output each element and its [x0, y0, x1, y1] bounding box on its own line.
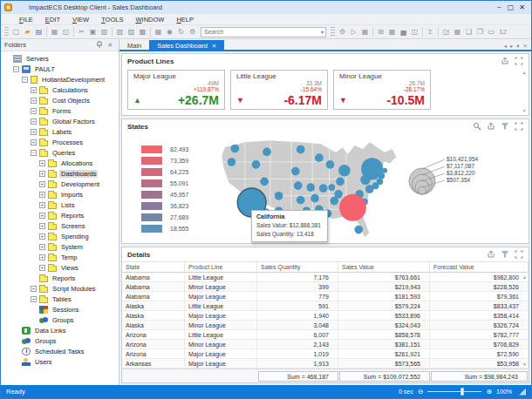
expand-icon[interactable]: + — [39, 265, 45, 271]
menu-item-window[interactable]: WINDOW — [129, 14, 170, 25]
calculator-icon[interactable]: ▦ — [359, 26, 371, 37]
table-row[interactable]: AlaskaLittle League591$579,224$833,437 — [122, 301, 529, 311]
expand-icon[interactable]: + — [39, 192, 45, 198]
open-folder-icon[interactable]: ▰ — [22, 26, 33, 37]
expand-icon[interactable]: + — [39, 160, 45, 166]
tree-item-imports[interactable]: +Imports — [1, 189, 119, 200]
sigma-icon[interactable]: Σ — [425, 26, 436, 37]
state-bubble[interactable] — [326, 160, 335, 169]
tree-item-script-modules[interactable]: +Script Modules — [1, 283, 119, 294]
import-icon[interactable]: ▧ — [114, 26, 126, 37]
tree-item-allocations[interactable]: +Allocations — [1, 158, 119, 168]
state-bubble[interactable] — [228, 158, 236, 166]
tree-item-screens[interactable]: +Screens — [1, 220, 119, 231]
tab-scroll-right-icon[interactable]: ▸ — [510, 43, 513, 50]
cut-icon[interactable]: ✂ — [76, 26, 87, 37]
table-icon[interactable]: ▦ — [153, 26, 164, 37]
tree-item-spending[interactable]: +Spending — [1, 231, 119, 241]
gear-icon[interactable]: ⚙ — [337, 26, 348, 37]
state-bubble[interactable] — [306, 183, 315, 192]
zoom-in-icon[interactable]: ⊕ — [486, 389, 492, 396]
expand-icon[interactable]: + — [31, 98, 37, 104]
legend-swatch[interactable] — [141, 191, 162, 199]
expand-icon[interactable]: + — [31, 118, 37, 125]
state-bubble[interactable] — [252, 160, 261, 169]
print-icon[interactable]: ▦ — [49, 26, 60, 37]
menu-item-view[interactable]: VIEW — [66, 14, 95, 25]
kpi-card-minor-league[interactable]: Minor League26.7M-28.17%▼-10.5M — [333, 70, 431, 110]
state-bubble[interactable] — [291, 167, 300, 176]
tree-item-hotlantadevelopment[interactable]: −HotlantaDevelopment — [1, 74, 119, 85]
tree-item-groups[interactable]: Groups — [1, 314, 119, 325]
layout-icon[interactable]: ▭ — [486, 26, 497, 37]
state-bubble[interactable] — [294, 181, 303, 190]
settings-icon[interactable]: ⚙ — [187, 26, 198, 37]
tab-scroll-left-icon[interactable]: ◂ — [504, 43, 507, 50]
tree-item-processes[interactable]: +Processes — [1, 137, 119, 147]
copy-layers-icon[interactable]: ❐ — [474, 26, 486, 37]
tree-item-dashboards[interactable]: +Dashboards — [1, 168, 119, 179]
layers-icon[interactable]: ❏ — [463, 26, 474, 37]
tree-item-sessions[interactable]: Sessions — [1, 304, 119, 314]
column-header-state[interactable]: State — [122, 261, 185, 273]
table-row[interactable]: ArizonaLittle League6,007$858,578$782,77… — [122, 330, 529, 340]
export-icon[interactable] — [487, 250, 495, 259]
play-icon[interactable]: ▷ — [348, 26, 359, 37]
filter-icon[interactable] — [501, 122, 509, 131]
expand-icon[interactable]: + — [31, 129, 37, 135]
expand-icon[interactable]: + — [39, 244, 45, 250]
state-bubble[interactable] — [329, 184, 336, 191]
scroll-up-icon[interactable]: ▲ — [522, 274, 527, 280]
filter-icon[interactable] — [501, 250, 509, 259]
state-bubble[interactable] — [260, 177, 269, 186]
table-row[interactable]: ArizonaMajor League1,019$261,921$72,590 — [122, 349, 529, 359]
print-preview-icon[interactable]: ◱ — [60, 26, 72, 37]
expand-icon[interactable]: + — [39, 233, 45, 240]
legend-swatch[interactable] — [141, 202, 162, 210]
tree-item-cost-objects[interactable]: +Cost Objects — [1, 95, 119, 105]
collapse-icon[interactable]: − — [22, 77, 28, 83]
tree-item-lists[interactable]: +Lists — [1, 200, 119, 210]
column-header-sales-value[interactable]: Sales Value — [338, 261, 430, 273]
tree-item-reports[interactable]: Reports — [1, 273, 119, 283]
state-bubble[interactable] — [365, 185, 374, 193]
legend-swatch[interactable] — [141, 145, 162, 153]
expand-icon[interactable]: + — [39, 202, 45, 208]
state-bubble[interactable] — [310, 194, 319, 203]
state-bubble[interactable] — [263, 148, 271, 157]
refresh-icon[interactable]: ↻ — [175, 26, 187, 37]
table-row[interactable]: AlaskaMinor League3,048$324,043$326,724 — [122, 321, 529, 330]
state-bubble[interactable] — [297, 196, 305, 205]
grid-icon[interactable]: ▦ — [386, 26, 398, 37]
product-lines-scrollbar[interactable]: ▲▼ — [521, 70, 528, 113]
kpi-card-little-league[interactable]: Little League33.3M-15.64%▼-6.17M — [230, 70, 328, 110]
tree-item-forms[interactable]: +Forms — [1, 105, 119, 116]
minimize-button[interactable]: − — [494, 3, 505, 11]
tree-item-system[interactable]: +System — [1, 241, 119, 252]
state-bubble[interactable] — [275, 192, 283, 200]
scroll-down-icon[interactable]: ▼ — [522, 362, 527, 367]
toolbar-grip[interactable] — [4, 27, 9, 37]
table-row[interactable]: AlabamaMajor League779$181,593$79,361 — [122, 292, 529, 301]
state-bubble[interactable] — [354, 226, 363, 234]
export-icon[interactable] — [487, 122, 495, 131]
expand-icon[interactable]: + — [39, 213, 45, 219]
toolbar-grip-2[interactable] — [331, 27, 335, 37]
expand-icon[interactable]: + — [39, 181, 45, 187]
collapse-icon[interactable]: − — [31, 150, 37, 156]
zoom-icon[interactable] — [473, 122, 481, 131]
tree-item-servers[interactable]: Servers — [1, 53, 119, 64]
maximize-panel-icon[interactable] — [515, 122, 523, 131]
tree-item-reports[interactable]: +Reports — [1, 210, 119, 220]
maximize-panel-icon[interactable] — [515, 250, 523, 259]
state-bubble[interactable] — [231, 145, 240, 153]
save-icon[interactable]: ▤ — [33, 26, 44, 37]
kpi-card-major-league[interactable]: Major League49M+119.87%▲+26.7M — [127, 70, 225, 110]
tree-item-queries[interactable]: −Queries — [1, 147, 119, 158]
expand-icon[interactable]: + — [31, 296, 37, 302]
state-bubble[interactable] — [319, 184, 328, 193]
expand-icon[interactable]: + — [39, 254, 45, 260]
zoom-grid-icon[interactable]: ◲ — [440, 26, 452, 37]
search-dropdown-icon[interactable]: ▾ — [321, 29, 325, 35]
state-bubble[interactable] — [360, 175, 371, 186]
